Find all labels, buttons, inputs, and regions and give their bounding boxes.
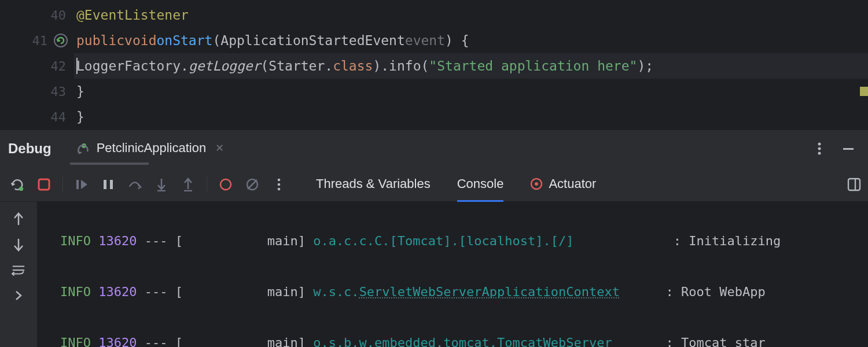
annotation: @EventListener bbox=[76, 8, 189, 23]
class-ref: Starter bbox=[269, 58, 325, 73]
run-configuration-tab[interactable]: PetclinicApplication ✕ bbox=[77, 141, 225, 157]
svg-rect-8 bbox=[76, 180, 79, 189]
step-over-icon[interactable] bbox=[128, 178, 142, 191]
soft-wrap-icon[interactable] bbox=[12, 263, 25, 277]
method-call: getLogger bbox=[189, 58, 261, 73]
rerun-icon bbox=[77, 141, 91, 155]
debug-tab-bar: Debug PetclinicApplication ✕ bbox=[0, 130, 868, 167]
recursive-icon[interactable] bbox=[53, 33, 68, 48]
keyword: void bbox=[124, 33, 156, 48]
svg-point-2 bbox=[818, 143, 821, 146]
code-content[interactable]: @EventListener public void onStart(Appli… bbox=[74, 0, 868, 130]
brace: } bbox=[76, 109, 84, 124]
minimize-icon[interactable] bbox=[841, 142, 855, 156]
svg-rect-10 bbox=[110, 180, 113, 189]
svg-rect-7 bbox=[39, 179, 49, 190]
tab-actuator[interactable]: Actuator bbox=[530, 168, 596, 202]
pause-icon[interactable] bbox=[101, 178, 115, 191]
log-line: INFO 13620 --- [ main] o.a.c.c.C.[Tomcat… bbox=[60, 228, 868, 254]
svg-point-6 bbox=[19, 186, 23, 190]
method-call: info bbox=[389, 58, 421, 73]
view-breakpoints-icon[interactable] bbox=[219, 178, 233, 191]
run-tab-label: PetclinicApplication bbox=[97, 141, 207, 156]
more-vert-icon[interactable] bbox=[272, 178, 286, 191]
line-number: 41 bbox=[0, 28, 74, 53]
svg-rect-23 bbox=[848, 179, 860, 190]
line-number: 40 bbox=[0, 2, 74, 28]
svg-point-18 bbox=[278, 178, 281, 181]
layout-icon[interactable] bbox=[847, 178, 861, 191]
actuator-icon bbox=[530, 178, 543, 190]
console-output[interactable]: INFO 13620 --- [ main] o.a.c.c.C.[Tomcat… bbox=[37, 202, 868, 347]
line-number: 44 bbox=[0, 104, 74, 130]
debug-toolbar: Threads & Variables Console Actuator bbox=[0, 167, 868, 202]
close-icon[interactable]: ✕ bbox=[215, 142, 224, 154]
svg-point-22 bbox=[535, 182, 538, 186]
param: event bbox=[405, 33, 445, 48]
line-number: 42 bbox=[0, 53, 74, 79]
rerun-icon[interactable] bbox=[10, 178, 24, 191]
svg-point-19 bbox=[278, 183, 281, 186]
brace: } bbox=[76, 84, 84, 99]
type: ApplicationStartedEvent bbox=[220, 33, 405, 48]
log-line: INFO 13620 --- [ main] w.s.c.ServletWebS… bbox=[60, 279, 868, 305]
console-body: INFO 13620 --- [ main] o.a.c.c.C.[Tomcat… bbox=[0, 202, 868, 347]
more-icon[interactable] bbox=[812, 142, 826, 156]
svg-point-4 bbox=[818, 152, 821, 155]
tab-console[interactable]: Console bbox=[457, 168, 504, 202]
debug-subtabs: Threads & Variables Console Actuator bbox=[316, 167, 596, 201]
svg-point-3 bbox=[818, 147, 821, 150]
scroll-up-icon[interactable] bbox=[12, 212, 25, 226]
editor-gutter: 40 41 42 43 44 bbox=[0, 0, 74, 130]
step-out-icon[interactable] bbox=[181, 178, 195, 191]
method-name: onStart bbox=[156, 33, 212, 48]
svg-point-15 bbox=[220, 179, 231, 190]
line-number: 43 bbox=[0, 79, 74, 104]
string-literal: "Started application here" bbox=[429, 58, 637, 73]
stop-icon[interactable] bbox=[37, 178, 51, 191]
tab-threads-variables[interactable]: Threads & Variables bbox=[316, 168, 431, 202]
keyword: public bbox=[76, 33, 124, 48]
step-into-icon[interactable] bbox=[155, 178, 168, 191]
svg-point-0 bbox=[54, 34, 67, 47]
scroll-down-icon[interactable] bbox=[12, 238, 25, 252]
debug-panel: Debug PetclinicApplication ✕ bbox=[0, 130, 868, 347]
class-ref: LoggerFactory bbox=[76, 58, 181, 73]
resume-icon[interactable] bbox=[75, 178, 89, 191]
chevron-right-icon[interactable] bbox=[12, 289, 25, 302]
code-editor[interactable]: 40 41 42 43 44 @EventListener public voi… bbox=[0, 0, 868, 130]
keyword: class bbox=[333, 58, 373, 73]
console-gutter bbox=[0, 202, 37, 347]
svg-rect-9 bbox=[104, 180, 106, 189]
debug-panel-title: Debug bbox=[8, 141, 52, 157]
svg-rect-5 bbox=[843, 148, 854, 150]
svg-point-20 bbox=[278, 187, 281, 190]
minimap-marker[interactable] bbox=[860, 87, 868, 96]
mute-breakpoints-icon[interactable] bbox=[245, 178, 259, 191]
log-line: INFO 13620 --- [ main] o.s.b.w.embedded.… bbox=[60, 330, 868, 347]
